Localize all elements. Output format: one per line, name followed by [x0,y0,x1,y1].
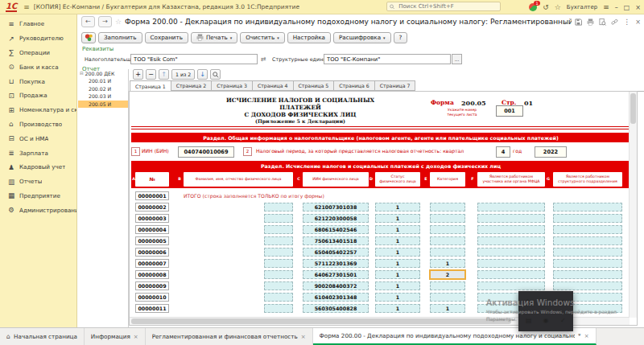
sheet-number-box[interactable]: 001 [496,105,523,117]
sidebar-item[interactable]: ⊟ ОС и НМА [0,131,76,146]
category-cell[interactable] [430,236,465,245]
tray-icon[interactable]: ◉ [541,316,550,325]
requisites-group-label[interactable]: Реквизиты [78,46,644,53]
struct-unit-worker-cell[interactable] [553,225,622,234]
sidebar-item[interactable]: ⌂ Производство [0,117,76,132]
minimize-button[interactable]: – [615,4,618,11]
afc-worker-cell[interactable] [477,236,545,245]
category-cell[interactable] [430,293,465,302]
afc-worker-cell[interactable] [477,225,545,234]
status-cell[interactable]: 1 [375,203,420,212]
year-value[interactable]: 2022 [535,146,567,158]
afc-worker-cell[interactable] [477,270,545,279]
category-cell[interactable]: 1 [430,304,465,313]
iin-cell[interactable]: 560305400828 [303,304,369,313]
sidebar-item[interactable]: ∑ Операции [0,46,76,60]
global-search[interactable] [386,2,501,11]
toolbar-button[interactable]: ? [394,32,408,43]
row-number-cell[interactable]: 00000006 [135,248,169,257]
status-cell[interactable]: 1 [375,225,420,234]
toolbar-button[interactable]: Печать ▾ [191,32,237,43]
move-up-button[interactable]: ↑ [159,69,169,80]
link-icon[interactable] [611,18,618,26]
struct-unit-worker-cell[interactable] [553,270,622,279]
print-icon[interactable] [587,18,594,26]
iin-cell[interactable]: 621220300058 [303,214,369,223]
category-cell[interactable] [430,214,465,223]
search-rows-button[interactable] [210,69,221,80]
status-cell[interactable]: 1 [375,293,420,302]
page-tab[interactable]: Страница 6 [334,80,375,91]
structural-units-input[interactable] [324,54,451,64]
struct-unit-worker-cell[interactable] [553,214,622,223]
forward-button[interactable]: → [98,16,112,27]
tray-icon[interactable]: ᛒ [541,298,550,306]
sidebar-item[interactable]: ≣ Зарплата [0,146,76,160]
struct-unit-worker-cell[interactable] [553,236,622,245]
category-cell[interactable] [430,281,465,290]
favorite-star-icon[interactable]: ☆ [115,18,122,26]
row-number-cell[interactable]: 00000010 [135,293,169,302]
category-cell[interactable] [430,225,465,234]
tray-icon[interactable]: ▤ [524,316,533,325]
current-user[interactable]: Бухгалтер [567,4,597,10]
iin-cell[interactable]: 640627301501 [303,270,369,279]
status-cell[interactable]: 1 [375,304,420,313]
system-tray-popup[interactable]: ✎ᛒ✦▤◉✓ [518,291,573,331]
sidebar-item[interactable]: ⊙ Банк и касса [0,60,76,74]
iin-cell[interactable]: 610402301348 [303,293,369,302]
tray-icon[interactable]: ✎ [524,298,533,306]
sidebar-item[interactable]: ▦ Предприятие [0,189,76,203]
category-cell[interactable]: 1 [430,259,465,268]
toolbar-button[interactable]: Сохранить [145,32,188,43]
report-tree-item[interactable]: 200.03 И [78,92,128,101]
tab-close-icon[interactable]: × [301,334,306,340]
vertical-scrollbar[interactable] [629,92,637,318]
row-number-cell[interactable]: 00000001 [135,191,169,200]
row-number-cell[interactable]: 00000011 [135,304,169,313]
afc-worker-cell[interactable] [477,214,545,223]
sidebar-item[interactable]: ⊞ Номенклатура и склад [0,103,76,117]
iin-cell[interactable]: 900208400372 [303,281,369,290]
vertical-scrollbar-thumb[interactable] [630,93,636,124]
category-cell[interactable] [430,203,465,212]
fio-cell[interactable] [264,248,293,257]
status-cell[interactable]: 1 [375,281,420,290]
struct-unit-worker-cell[interactable] [553,203,622,212]
more-menu-icon[interactable]: ⋮ [623,18,630,26]
bottom-tab[interactable]: Регламентированная и финансовая отчетнос… [146,328,313,345]
row-number-cell[interactable]: 00000007 [135,259,169,268]
struct-unit-worker-cell[interactable] [553,281,622,290]
sidebar-item[interactable]: ≡ Главное [0,17,76,31]
structural-units-select-button[interactable]: ... [452,54,462,64]
fio-cell[interactable] [264,281,293,290]
toolbar-button[interactable]: Расшифровка ▾ [333,32,391,43]
sidebar-item[interactable]: ↗ Руководителю [0,31,76,46]
report-tree-item[interactable]: 200.01 И [78,77,128,85]
taxpayer-choose-icon[interactable]: ⇄ [261,55,266,63]
tray-icon[interactable]: ✓ [559,316,568,325]
history-icon[interactable]: ↺ [543,3,549,11]
fio-cell[interactable] [264,214,293,223]
tab-close-icon[interactable]: × [584,333,589,339]
favorites-star-icon[interactable]: ☆ [555,3,561,11]
status-cell[interactable]: 1 [375,270,420,279]
iin-cell[interactable]: 680615402546 [303,225,369,234]
quarter-value[interactable]: 4 [496,146,510,158]
iin-cell[interactable]: 571122301369 [303,259,369,268]
close-button[interactable]: × [635,4,641,11]
category-cell[interactable]: 2 [430,270,465,279]
status-cell[interactable]: 1 [375,259,420,268]
page-tab[interactable]: Страница 4 [253,80,294,91]
fio-cell[interactable] [264,293,293,302]
preview-icon[interactable] [599,18,606,26]
struct-unit-worker-cell[interactable] [553,259,622,268]
maximize-button[interactable]: □ [624,4,630,11]
toolbar-button[interactable]: Настройка [287,32,331,43]
row-number-cell[interactable]: 00000003 [135,214,169,223]
status-cell[interactable]: 1 [375,214,420,223]
page-tab[interactable]: Страница 3 [212,80,253,91]
row-number-cell[interactable]: 00000005 [135,236,169,245]
struct-unit-worker-cell[interactable] [553,248,622,257]
report-tree-item[interactable]: 200.02 И [78,85,128,93]
